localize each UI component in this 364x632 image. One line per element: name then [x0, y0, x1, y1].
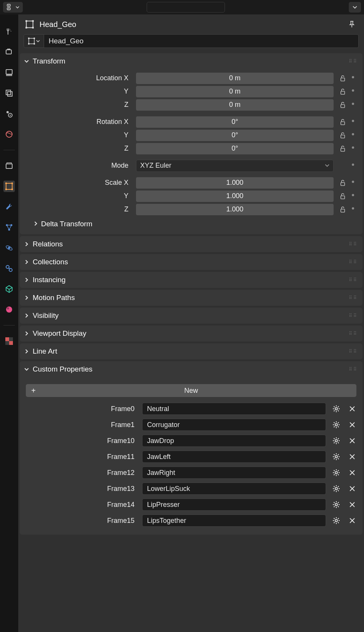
- lock-button[interactable]: [337, 143, 348, 154]
- edit-property-button[interactable]: [331, 419, 342, 430]
- viewport-display-panel-header[interactable]: Viewport Display ⠿⠿: [24, 329, 358, 338]
- rotation-z-field[interactable]: 0°: [136, 143, 334, 154]
- animate-dot[interactable]: [352, 194, 356, 198]
- property-search[interactable]: [147, 2, 225, 13]
- grip-icon[interactable]: ⠿⠿: [349, 259, 358, 265]
- scale-y-label: Y: [24, 192, 132, 200]
- edit-property-button[interactable]: [331, 483, 342, 494]
- animate-dot[interactable]: [352, 76, 356, 81]
- options-dropdown[interactable]: [349, 2, 361, 13]
- particles-tab[interactable]: [3, 222, 15, 233]
- motion-paths-panel-header[interactable]: Motion Paths ⠿⠿: [24, 294, 358, 302]
- gear-icon: [332, 453, 340, 461]
- properties-content: Head_Geo Transform ⠿⠿ Locatio: [18, 14, 364, 632]
- data-tab[interactable]: [3, 283, 15, 295]
- line-art-panel-header[interactable]: Line Art ⠿⠿: [24, 347, 358, 356]
- animate-dot[interactable]: [352, 146, 356, 151]
- lock-button[interactable]: [337, 130, 348, 141]
- grip-icon[interactable]: ⠿⠿: [349, 367, 358, 372]
- grip-icon[interactable]: ⠿⠿: [349, 349, 358, 354]
- custom-property-value-field[interactable]: LipsTogether: [142, 514, 326, 527]
- physics-tab[interactable]: [3, 242, 15, 254]
- scale-y-field[interactable]: 1.000: [136, 191, 334, 202]
- svg-point-121: [335, 503, 337, 506]
- editor-type-selector[interactable]: [3, 2, 23, 13]
- datablock-selector[interactable]: [24, 34, 44, 48]
- custom-property-value-field[interactable]: JawLeft: [142, 451, 326, 463]
- edit-property-button[interactable]: [331, 403, 342, 414]
- rotation-mode-select[interactable]: XYZ Euler: [136, 160, 334, 172]
- view-layer-tab[interactable]: [3, 87, 15, 99]
- custom-property-value-field[interactable]: JawDrop: [142, 435, 326, 447]
- world-tab[interactable]: [3, 129, 15, 140]
- texture-tab[interactable]: [3, 335, 15, 347]
- edit-property-button[interactable]: [331, 451, 342, 462]
- edit-property-button[interactable]: [331, 467, 342, 478]
- transform-panel-header[interactable]: Transform ⠿⠿: [24, 57, 358, 65]
- grip-icon[interactable]: ⠿⠿: [349, 59, 358, 64]
- material-tab[interactable]: [3, 304, 15, 315]
- animate-dot[interactable]: [352, 207, 356, 212]
- custom-property-row: Frame10JawDrop: [24, 433, 358, 449]
- remove-property-button[interactable]: [347, 467, 358, 478]
- custom-property-value-field[interactable]: JawRight: [142, 467, 326, 479]
- instancing-panel-header[interactable]: Instancing ⠿⠿: [24, 276, 358, 284]
- edit-property-button[interactable]: [331, 515, 342, 526]
- custom-property-value-field[interactable]: LipPresser: [142, 499, 326, 511]
- lock-button[interactable]: [337, 86, 348, 97]
- grip-icon[interactable]: ⠿⠿: [349, 331, 358, 336]
- custom-property-value-field[interactable]: LowerLipSuck: [142, 483, 326, 495]
- new-custom-property-button[interactable]: + New: [26, 384, 356, 397]
- edit-property-button[interactable]: [331, 499, 342, 510]
- rotation-y-field[interactable]: 0°: [136, 130, 334, 141]
- edit-property-button[interactable]: [331, 435, 342, 446]
- animate-dot[interactable]: [352, 164, 356, 168]
- delta-transform-header[interactable]: Delta Transform: [24, 216, 358, 228]
- collections-panel-header[interactable]: Collections ⠿⠿: [24, 258, 358, 266]
- remove-property-button[interactable]: [347, 515, 358, 526]
- animate-dot[interactable]: [352, 133, 356, 138]
- custom-property-value-field[interactable]: Corrugator: [142, 419, 326, 431]
- grip-icon[interactable]: ⠿⠿: [349, 277, 358, 283]
- object-name-input[interactable]: [44, 34, 359, 48]
- modifier-tab[interactable]: [3, 201, 15, 213]
- relations-panel-header[interactable]: Relations ⠿⠿: [24, 240, 358, 248]
- remove-property-button[interactable]: [347, 483, 358, 494]
- custom-properties-panel-header[interactable]: Custom Properties ⠿⠿: [24, 365, 358, 373]
- lock-button[interactable]: [337, 117, 348, 127]
- location-y-field[interactable]: 0 m: [136, 86, 334, 97]
- grip-icon[interactable]: ⠿⠿: [349, 295, 358, 300]
- output-tab[interactable]: [3, 67, 15, 78]
- animate-dot[interactable]: [352, 181, 356, 185]
- animate-dot[interactable]: [352, 103, 356, 107]
- lock-button[interactable]: [337, 73, 348, 84]
- grip-icon[interactable]: ⠿⠿: [349, 313, 358, 318]
- render-tab[interactable]: [3, 46, 15, 58]
- visibility-panel-header[interactable]: Visibility ⠿⠿: [24, 311, 358, 320]
- rotation-x-field[interactable]: 0°: [136, 116, 334, 128]
- remove-property-button[interactable]: [347, 435, 358, 446]
- scale-x-field[interactable]: 1.000: [136, 177, 334, 189]
- location-z-field[interactable]: 0 m: [136, 99, 334, 111]
- object-tab[interactable]: [3, 181, 15, 192]
- animate-dot[interactable]: [352, 120, 356, 124]
- lock-button[interactable]: [337, 100, 348, 110]
- scene-tab[interactable]: [3, 108, 15, 119]
- search-input[interactable]: [152, 4, 225, 11]
- remove-property-button[interactable]: [347, 451, 358, 462]
- constraints-tab[interactable]: [3, 263, 15, 274]
- grip-icon[interactable]: ⠿⠿: [349, 241, 358, 247]
- scale-z-field[interactable]: 1.000: [136, 204, 334, 215]
- tool-tab[interactable]: [3, 26, 15, 37]
- lock-button[interactable]: [337, 204, 348, 215]
- remove-property-button[interactable]: [347, 499, 358, 510]
- lock-button[interactable]: [337, 191, 348, 202]
- remove-property-button[interactable]: [347, 403, 358, 414]
- location-x-field[interactable]: 0 m: [136, 73, 334, 84]
- animate-dot[interactable]: [352, 89, 356, 94]
- custom-property-value-field[interactable]: Neutral: [142, 403, 326, 415]
- remove-property-button[interactable]: [347, 419, 358, 430]
- lock-button[interactable]: [337, 178, 348, 188]
- pin-button[interactable]: [347, 19, 357, 30]
- collection-tab[interactable]: [3, 160, 15, 171]
